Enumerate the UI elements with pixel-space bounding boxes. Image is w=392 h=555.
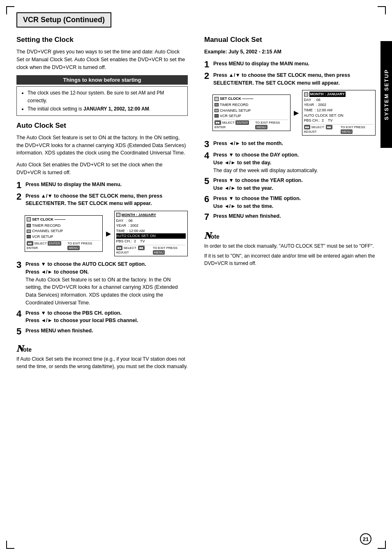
auto-screen-pair: SET CLOCK ——— TIMER RECORD CHANNEL SETUP… (25, 211, 188, 256)
auto-step-1: 1 Press MENU to display the MAIN menu. (16, 181, 188, 190)
manual-step-1-num: 1 (204, 60, 212, 69)
auto-step-4: 4 Press ▼ to choose the PBS CH. option. … (16, 309, 188, 325)
auto-note: 𝐍ote If Auto Clock Set sets the incorrec… (16, 342, 188, 370)
auto-step-3-content: Press ▼ to choose the AUTO CLOCK SET opt… (25, 260, 188, 307)
auto-step-5: 5 Press MENU when finished. (16, 327, 188, 336)
manual-step-4: 4 Press ▼ to choose the DAY option. Use … (204, 151, 376, 174)
manual-screen-right: MONTH : JANUARY DAY : 06 YEAR : 2002 TIM… (302, 90, 376, 136)
manual-step-7-content: Press MENU when finished. (213, 212, 376, 220)
auto-step-2: 2 Press ▲/▼ to choose the SET CLOCK menu… (16, 192, 188, 208)
manual-step-4-num: 4 (204, 151, 212, 160)
know-item-1: The clock uses the 12-hour system. Be su… (28, 89, 183, 105)
auto-note-text: If Auto Clock Set sets the incorrect tim… (16, 355, 188, 370)
manual-step-1: 1 Press MENU to display the MAIN menu. (204, 60, 376, 69)
auto-step-2-num: 2 (16, 192, 24, 201)
manual-step-2: 2 Press ▲/▼ to choose the SET CLOCK menu… (204, 71, 376, 87)
auto-clock-set-heading: Auto Clock Set (16, 122, 188, 130)
manual-screen-left: SET CLOCK ——— TIMER RECORD CHANNEL SETUP… (212, 94, 291, 131)
auto-step-5-num: 5 (16, 327, 24, 336)
know-content: The clock uses the 12-hour system. Be su… (16, 86, 188, 116)
page-number: 21 (360, 533, 371, 545)
manual-step-7-num: 7 (204, 212, 212, 221)
manual-screen-pair: SET CLOCK ——— TIMER RECORD CHANNEL SETUP… (212, 90, 376, 136)
auto-step-4-num: 4 (16, 309, 24, 318)
manual-step-3-num: 3 (204, 140, 212, 149)
know-box-title: Things to know before starting (16, 75, 188, 85)
auto-clock-body1: The Auto Clock Set feature is set to ON … (16, 134, 188, 157)
manual-note-line2: If it is set to "ON", an incorrect date … (204, 252, 376, 267)
manual-clock-heading: Manual Clock Set (204, 36, 376, 44)
page-title-box: VCR Setup (Continued) (16, 12, 111, 28)
manual-step-1-content: Press MENU to display the MAIN menu. (213, 60, 376, 68)
manual-step-7: 7 Press MENU when finished. (204, 212, 376, 221)
manual-step-6-num: 6 (204, 195, 212, 204)
manual-step-5-num: 5 (204, 177, 212, 186)
two-column-layout: Setting the Clock The DVD+VCR gives you … (16, 36, 376, 370)
manual-step-2-content: Press ▲/▼ to choose the SET CLOCK menu, … (213, 71, 376, 87)
auto-step-1-num: 1 (16, 181, 24, 190)
manual-example: Example: July 5, 2002 - 2:15 AM (204, 48, 376, 56)
setting-clock-body: The DVD+VCR gives you two ways to set th… (16, 48, 188, 71)
manual-step-5: 5 Press ▼ to choose the YEAR option. Use… (204, 177, 376, 192)
auto-step-1-content: Press MENU to display the MAIN menu. (25, 181, 188, 189)
manual-step-3-content: Press ◄/► to set the month. (213, 140, 376, 147)
left-column: Setting the Clock The DVD+VCR gives you … (16, 36, 192, 370)
right-column: Manual Clock Set Example: July 5, 2002 -… (204, 36, 376, 370)
manual-note-n-icon: 𝐍 (204, 230, 211, 241)
auto-clock-body2: Auto Clock Set enables the DVD+VCR to se… (16, 161, 188, 177)
manual-step-6-content: Press ▼ to choose the TIME option. Use ◄… (213, 195, 376, 210)
auto-screen-arrow: ▶ (106, 230, 111, 237)
auto-step-2-content: Press ▲/▼ to choose the SET CLOCK menu, … (25, 192, 188, 208)
manual-step-5-content: Press ▼ to choose the YEAR option. Use ◄… (213, 177, 376, 192)
manual-step-4-content: Press ▼ to choose the DAY option. Use ◄/… (213, 151, 376, 174)
manual-note: 𝐍ote In order to set the clock manually,… (204, 229, 376, 267)
auto-step-3-num: 3 (16, 260, 24, 269)
manual-screen-arrow: ▶ (294, 109, 299, 117)
auto-step-4-content: Press ▼ to choose the PBS CH. option. Pr… (25, 309, 188, 325)
manual-step-2-num: 2 (204, 71, 212, 81)
auto-step-5-content: Press MENU when finished. (25, 327, 188, 335)
manual-note-line1: In order to set the clock manually, "AUT… (204, 242, 376, 250)
manual-step-3: 3 Press ◄/► to set the month. (204, 140, 376, 149)
manual-note-ote: ote (211, 233, 219, 240)
know-item-2: The initial clock setting is JANUARY 1, … (28, 105, 183, 113)
auto-step-3: 3 Press ▼ to choose the AUTO CLOCK SET o… (16, 260, 188, 307)
note-n-icon: 𝐍 (16, 343, 23, 354)
auto-screen-right: MONTH : JANUARY DAY : 06 YEAR : 2002 TIM… (114, 211, 188, 256)
setting-clock-heading: Setting the Clock (16, 36, 188, 44)
page-title: VCR Setup (Continued) (23, 16, 105, 24)
auto-screen-left: SET CLOCK ——— TIMER RECORD CHANNEL SETUP… (25, 215, 103, 252)
note-ote: ote (23, 346, 32, 353)
manual-step-6: 6 Press ▼ to choose the TIME option. Use… (204, 195, 376, 210)
